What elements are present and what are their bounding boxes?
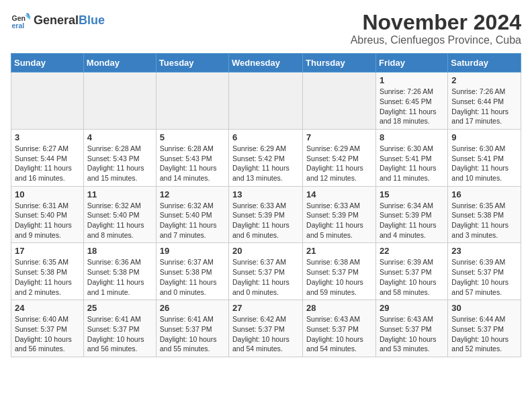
calendar-cell: 3Sunrise: 6:27 AMSunset: 5:44 PMDaylight… [11, 129, 84, 186]
day-info: Sunrise: 6:31 AMSunset: 5:40 PMDaylight:… [15, 201, 80, 240]
calendar-table: SundayMondayTuesdayWednesdayThursdayFrid… [11, 53, 521, 357]
calendar-cell: 20Sunrise: 6:37 AMSunset: 5:37 PMDayligh… [229, 243, 303, 300]
calendar-subtitle: Abreus, Cienfuegos Province, Cuba [351, 34, 521, 46]
day-info: Sunrise: 6:39 AMSunset: 5:37 PMDaylight:… [451, 257, 517, 297]
day-number: 1 [380, 75, 444, 85]
day-number: 29 [380, 303, 444, 313]
day-number: 19 [160, 246, 225, 256]
header-cell-thursday: Thursday [303, 54, 376, 73]
calendar-cell: 18Sunrise: 6:36 AMSunset: 5:38 PMDayligh… [83, 243, 156, 300]
header-cell-wednesday: Wednesday [229, 54, 303, 73]
day-number: 17 [15, 246, 80, 256]
header-cell-saturday: Saturday [448, 54, 521, 73]
day-number: 7 [306, 132, 372, 142]
calendar-week-1: 1Sunrise: 7:26 AMSunset: 6:45 PMDaylight… [11, 73, 521, 130]
day-info: Sunrise: 6:30 AMSunset: 5:41 PMDaylight:… [380, 144, 444, 183]
day-info: Sunrise: 6:42 AMSunset: 5:37 PMDaylight:… [232, 314, 299, 354]
day-number: 20 [232, 246, 299, 256]
day-info: Sunrise: 6:35 AMSunset: 5:38 PMDaylight:… [451, 201, 517, 240]
day-info: Sunrise: 7:26 AMSunset: 6:45 PMDaylight:… [380, 87, 444, 126]
day-info: Sunrise: 6:37 AMSunset: 5:38 PMDaylight:… [160, 257, 225, 297]
day-number: 10 [15, 189, 80, 199]
calendar-cell: 30Sunrise: 6:44 AMSunset: 5:37 PMDayligh… [448, 300, 521, 357]
calendar-cell: 9Sunrise: 6:30 AMSunset: 5:41 PMDaylight… [448, 129, 521, 186]
calendar-cell: 1Sunrise: 7:26 AMSunset: 6:45 PMDaylight… [375, 73, 447, 130]
day-number: 12 [160, 189, 225, 199]
calendar-body: 1Sunrise: 7:26 AMSunset: 6:45 PMDaylight… [11, 73, 521, 357]
calendar-cell: 6Sunrise: 6:29 AMSunset: 5:42 PMDaylight… [229, 129, 303, 186]
calendar-week-3: 10Sunrise: 6:31 AMSunset: 5:40 PMDayligh… [11, 186, 521, 243]
day-info: Sunrise: 6:29 AMSunset: 5:42 PMDaylight:… [232, 144, 299, 183]
day-info: Sunrise: 6:40 AMSunset: 5:37 PMDaylight:… [15, 314, 80, 354]
day-number: 23 [451, 246, 517, 256]
day-number: 25 [87, 303, 152, 313]
day-info: Sunrise: 6:41 AMSunset: 5:37 PMDaylight:… [160, 314, 225, 354]
day-info: Sunrise: 6:41 AMSunset: 5:37 PMDaylight:… [87, 314, 152, 354]
header: Gen eral GeneralBlue November 2024 Abreu… [11, 11, 521, 46]
calendar-cell: 16Sunrise: 6:35 AMSunset: 5:38 PMDayligh… [448, 186, 521, 243]
day-number: 11 [87, 189, 152, 199]
calendar-cell [229, 73, 303, 130]
day-info: Sunrise: 6:28 AMSunset: 5:43 PMDaylight:… [160, 144, 225, 183]
day-number: 6 [232, 132, 299, 142]
calendar-cell [303, 73, 376, 130]
day-number: 2 [451, 75, 517, 85]
calendar-cell: 24Sunrise: 6:40 AMSunset: 5:37 PMDayligh… [11, 300, 84, 357]
logo-icon: Gen eral [11, 11, 31, 31]
day-number: 28 [306, 303, 372, 313]
day-info: Sunrise: 6:36 AMSunset: 5:38 PMDaylight:… [87, 257, 152, 297]
calendar-week-5: 24Sunrise: 6:40 AMSunset: 5:37 PMDayligh… [11, 300, 521, 357]
day-number: 21 [306, 246, 372, 256]
calendar-cell: 22Sunrise: 6:39 AMSunset: 5:37 PMDayligh… [375, 243, 447, 300]
day-info: Sunrise: 6:33 AMSunset: 5:39 PMDaylight:… [306, 201, 372, 240]
calendar-cell: 29Sunrise: 6:43 AMSunset: 5:37 PMDayligh… [375, 300, 447, 357]
day-info: Sunrise: 6:30 AMSunset: 5:41 PMDaylight:… [451, 144, 517, 183]
day-number: 14 [306, 189, 372, 199]
calendar-cell [83, 73, 156, 130]
day-number: 13 [232, 189, 299, 199]
day-info: Sunrise: 7:26 AMSunset: 6:44 PMDaylight:… [451, 87, 517, 126]
calendar-cell: 19Sunrise: 6:37 AMSunset: 5:38 PMDayligh… [156, 243, 228, 300]
day-number: 15 [380, 189, 444, 199]
day-info: Sunrise: 6:43 AMSunset: 5:37 PMDaylight:… [306, 314, 372, 354]
header-cell-tuesday: Tuesday [156, 54, 228, 73]
logo: Gen eral GeneralBlue [11, 11, 105, 31]
calendar-cell: 25Sunrise: 6:41 AMSunset: 5:37 PMDayligh… [83, 300, 156, 357]
day-info: Sunrise: 6:35 AMSunset: 5:38 PMDaylight:… [15, 257, 80, 297]
calendar-cell: 17Sunrise: 6:35 AMSunset: 5:38 PMDayligh… [11, 243, 84, 300]
calendar-week-4: 17Sunrise: 6:35 AMSunset: 5:38 PMDayligh… [11, 243, 521, 300]
calendar-cell: 27Sunrise: 6:42 AMSunset: 5:37 PMDayligh… [229, 300, 303, 357]
day-number: 9 [451, 132, 517, 142]
calendar-cell: 14Sunrise: 6:33 AMSunset: 5:39 PMDayligh… [303, 186, 376, 243]
day-info: Sunrise: 6:32 AMSunset: 5:40 PMDaylight:… [160, 201, 225, 240]
calendar-header: SundayMondayTuesdayWednesdayThursdayFrid… [11, 54, 521, 73]
header-cell-monday: Monday [83, 54, 156, 73]
day-info: Sunrise: 6:44 AMSunset: 5:37 PMDaylight:… [451, 314, 517, 354]
day-info: Sunrise: 6:38 AMSunset: 5:37 PMDaylight:… [306, 257, 372, 297]
calendar-cell [11, 73, 84, 130]
day-info: Sunrise: 6:27 AMSunset: 5:44 PMDaylight:… [15, 144, 80, 183]
day-info: Sunrise: 6:37 AMSunset: 5:37 PMDaylight:… [232, 257, 299, 297]
day-info: Sunrise: 6:34 AMSunset: 5:39 PMDaylight:… [380, 201, 444, 240]
day-number: 26 [160, 303, 225, 313]
calendar-cell: 12Sunrise: 6:32 AMSunset: 5:40 PMDayligh… [156, 186, 228, 243]
day-number: 18 [87, 246, 152, 256]
calendar-cell: 8Sunrise: 6:30 AMSunset: 5:41 PMDaylight… [375, 129, 447, 186]
calendar-cell: 4Sunrise: 6:28 AMSunset: 5:43 PMDaylight… [83, 129, 156, 186]
calendar-week-2: 3Sunrise: 6:27 AMSunset: 5:44 PMDaylight… [11, 129, 521, 186]
calendar-cell: 7Sunrise: 6:29 AMSunset: 5:42 PMDaylight… [303, 129, 376, 186]
day-number: 3 [15, 132, 80, 142]
calendar-cell: 13Sunrise: 6:33 AMSunset: 5:39 PMDayligh… [229, 186, 303, 243]
header-cell-sunday: Sunday [11, 54, 84, 73]
title-area: November 2024 Abreus, Cienfuegos Provinc… [351, 11, 521, 46]
calendar-title: November 2024 [351, 11, 521, 34]
day-number: 8 [380, 132, 444, 142]
calendar-cell [156, 73, 228, 130]
day-info: Sunrise: 6:32 AMSunset: 5:40 PMDaylight:… [87, 201, 152, 240]
svg-text:eral: eral [12, 21, 25, 30]
calendar-cell: 11Sunrise: 6:32 AMSunset: 5:40 PMDayligh… [83, 186, 156, 243]
day-number: 5 [160, 132, 225, 142]
day-info: Sunrise: 6:43 AMSunset: 5:37 PMDaylight:… [380, 314, 444, 354]
logo-text-blue: Blue [79, 14, 105, 28]
day-info: Sunrise: 6:33 AMSunset: 5:39 PMDaylight:… [232, 201, 299, 240]
